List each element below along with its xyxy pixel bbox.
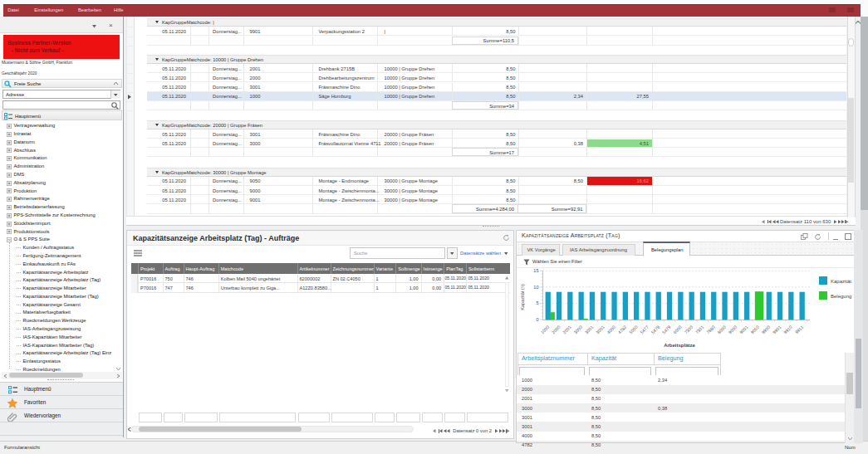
svg-text:5478: 5478 (650, 325, 661, 335)
svg-text:9900: 9900 (761, 325, 772, 335)
svg-text:9000: 9000 (728, 325, 738, 335)
svg-text:2000: 2000 (551, 325, 562, 335)
svg-text:Kapazität (h): Kapazität (h) (520, 284, 525, 310)
svg-text:5477: 5477 (639, 325, 650, 335)
svg-text:Belegung: Belegung (831, 294, 851, 299)
svg-text:0: 0 (536, 317, 538, 322)
svg-text:7300: 7300 (684, 325, 694, 335)
svg-text:7880: 7880 (705, 325, 716, 335)
svg-text:4782: 4782 (617, 325, 628, 335)
svg-text:4000: 4000 (606, 325, 617, 335)
svg-text:15: 15 (533, 268, 538, 273)
svg-text:6000: 6000 (672, 325, 683, 335)
svg-text:3001: 3001 (595, 325, 606, 335)
svg-text:3000: 3000 (573, 325, 584, 335)
svg-text:10: 10 (533, 285, 538, 290)
svg-text:5479: 5479 (661, 325, 672, 335)
svg-text:9911: 9911 (794, 325, 804, 334)
svg-text:5000: 5000 (628, 325, 639, 335)
svg-text:7301: 7301 (694, 325, 705, 335)
svg-text:9901: 9901 (772, 325, 782, 335)
svg-text:8000: 8000 (717, 325, 728, 335)
svg-text:5: 5 (536, 300, 538, 305)
svg-text:9910: 9910 (782, 325, 793, 335)
svg-text:3001: 3001 (584, 325, 595, 335)
svg-text:Arbeitsplätze: Arbeitsplätze (664, 343, 695, 348)
svg-text:2001: 2001 (562, 325, 572, 335)
svg-text:9001: 9001 (738, 325, 749, 335)
svg-text:9050: 9050 (749, 325, 760, 335)
svg-text:Kapazität: Kapazität (831, 279, 851, 284)
svg-text:1000: 1000 (540, 325, 551, 335)
